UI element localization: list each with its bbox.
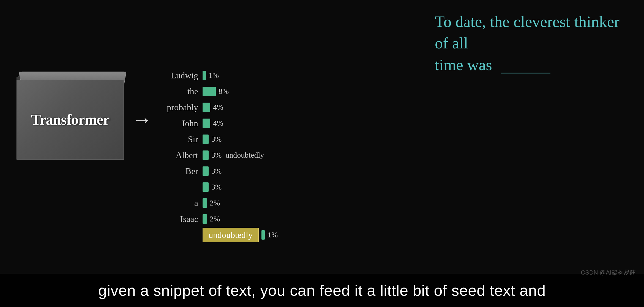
box-front: Transformer xyxy=(17,80,124,160)
pct-john: 4% xyxy=(213,119,223,128)
pct-ber: 3% xyxy=(211,167,222,176)
chart-row: 3% xyxy=(154,180,325,194)
bar-sir xyxy=(203,135,209,144)
transformer-label: Transformer xyxy=(31,111,110,128)
pct-the: 8% xyxy=(219,87,229,96)
bar-container-albert: 3% undoubtedly xyxy=(203,150,264,160)
arrow-icon: → xyxy=(132,108,152,131)
chart-row: probably 4% xyxy=(154,101,325,114)
subtitle-bar: given a snippet of text, you can feed it… xyxy=(0,274,644,307)
chart-row: Sir 3% xyxy=(154,133,325,146)
pct-sir: 3% xyxy=(211,135,222,144)
chart-row: a 2% xyxy=(154,196,325,210)
pct-ludwig: 1% xyxy=(209,71,219,80)
chart-label-the: the xyxy=(154,86,198,97)
chart-label-a: a xyxy=(154,198,198,208)
prompt-line2: time was xyxy=(435,56,492,74)
bar-container-john: 4% xyxy=(203,119,223,128)
bar-albert xyxy=(203,150,209,160)
prompt-line1: To date, the cleverest thinker of all xyxy=(435,13,620,52)
bar-container-probably: 4% xyxy=(203,103,223,112)
bar-container-highlight: undoubtedly 1% xyxy=(203,228,278,242)
pct-a: 2% xyxy=(210,199,220,207)
bar-empty xyxy=(203,182,209,192)
highlight-label: undoubtedly xyxy=(203,228,259,242)
bar-container-the: 8% xyxy=(203,87,229,96)
chart-label-isaac: Isaac xyxy=(154,214,198,224)
bar-the xyxy=(203,87,216,96)
bar-probably xyxy=(203,103,210,112)
bar-john xyxy=(203,119,210,128)
prompt-area: To date, the cleverest thinker of all ti… xyxy=(435,11,622,76)
pct-isaac: 2% xyxy=(210,215,220,223)
chart-label-john: John xyxy=(154,118,198,128)
bar-ludwig xyxy=(203,71,206,80)
chart-label-albert: Albert xyxy=(154,150,198,160)
chart-row: Ludwig 1% xyxy=(154,69,325,82)
chart-area: Ludwig 1% the 8% probably 4% John 4% Sir xyxy=(154,69,325,244)
bar-container-ludwig: 1% xyxy=(203,71,219,80)
bar-a xyxy=(203,198,207,208)
pct-albert: 3% xyxy=(211,151,222,160)
chart-row: Isaac 2% xyxy=(154,212,325,226)
chart-row: Ber 3% xyxy=(154,165,325,178)
subtitle-text: given a snippet of text, you can feed it… xyxy=(98,282,546,299)
float-undoubtedly-label: undoubtedly xyxy=(225,151,264,160)
prompt-text: To date, the cleverest thinker of all ti… xyxy=(435,11,622,76)
chart-row: John 4% xyxy=(154,117,325,130)
pct-highlight: 1% xyxy=(268,231,278,239)
chart-row: the 8% xyxy=(154,85,325,98)
chart-label-ber: Ber xyxy=(154,166,198,176)
bar-container-isaac: 2% xyxy=(203,214,220,224)
bar-container-a: 2% xyxy=(203,198,220,208)
transformer-area: Transformer → xyxy=(17,72,160,160)
pct-empty: 3% xyxy=(211,183,222,191)
prompt-blank xyxy=(501,73,550,73)
transformer-box: Transformer xyxy=(17,72,124,160)
bar-ber xyxy=(203,166,209,176)
bar-highlight xyxy=(261,230,265,240)
chart-row-highlight: undoubtedly 1% xyxy=(154,228,325,242)
chart-label-sir: Sir xyxy=(154,134,198,144)
bar-container-ber: 3% xyxy=(203,166,222,176)
bar-container-empty: 3% xyxy=(203,182,222,192)
watermark: CSDN @AI架构易筋 xyxy=(581,268,636,277)
pct-probably: 4% xyxy=(213,103,223,112)
bar-container-sir: 3% xyxy=(203,135,222,144)
chart-label-ludwig: Ludwig xyxy=(154,70,198,81)
chart-label-probably: probably xyxy=(154,102,198,113)
bar-isaac xyxy=(203,214,207,224)
chart-row: Albert 3% undoubtedly xyxy=(154,149,325,162)
